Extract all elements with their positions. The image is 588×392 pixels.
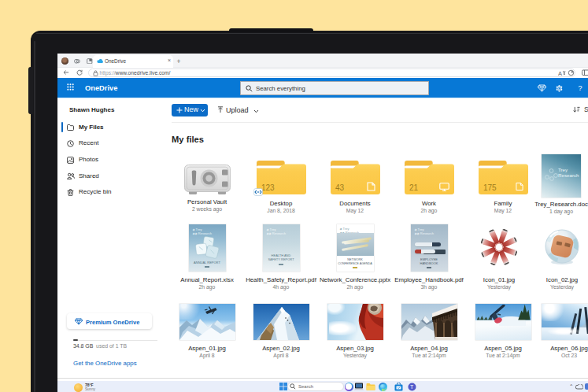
- svg-text:A: A: [558, 70, 562, 77]
- svg-text:T: T: [410, 384, 414, 390]
